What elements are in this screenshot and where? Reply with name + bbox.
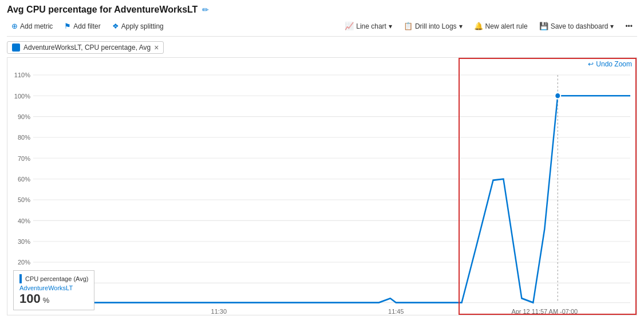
drill-logs-button[interactable]: 📋 Drill into Logs ▾ — [399, 19, 467, 33]
svg-text:30%: 30% — [18, 238, 30, 245]
svg-text:70%: 70% — [18, 155, 30, 161]
more-options-button[interactable]: ••• — [621, 20, 637, 33]
toolbar-left: ⊕ Add metric ⚑ Add filter ❖ Apply splitt… — [7, 19, 168, 33]
new-alert-rule-button[interactable]: 🔔 New alert rule — [469, 19, 532, 33]
svg-text:50%: 50% — [18, 196, 30, 203]
more-icon: ••• — [625, 22, 633, 30]
svg-text:40%: 40% — [18, 217, 30, 224]
main-chart-svg: 110% 100% 90% 80% 70% 60% 50% 40% 30% 20… — [7, 58, 637, 315]
svg-text:80%: 80% — [18, 134, 30, 141]
undo-icon: ↩ — [588, 60, 594, 68]
drill-icon: 📋 — [404, 22, 413, 30]
apply-splitting-button[interactable]: ❖ Apply splitting — [108, 19, 168, 33]
page: Avg CPU percentage for AdventureWorksLT … — [0, 0, 644, 320]
svg-text:20%: 20% — [18, 259, 30, 266]
save-icon: 💾 — [539, 22, 548, 30]
legend-series-label: CPU percentage (Avg) — [19, 274, 88, 283]
legend-value: 100 % — [19, 291, 88, 306]
splitting-icon: ❖ — [112, 22, 119, 30]
line-chart-icon: 📈 — [345, 22, 354, 30]
line-chart-button[interactable]: 📈 Line chart ▾ — [340, 19, 397, 33]
svg-point-28 — [555, 93, 560, 99]
svg-text:60%: 60% — [18, 176, 30, 183]
legend-color-bar — [19, 274, 22, 283]
svg-text:90%: 90% — [18, 113, 30, 120]
metric-chip: AdventureWorksLT, CPU percentage, Avg × — [7, 41, 164, 54]
legend-subtitle: AdventureWorksLT — [19, 285, 88, 291]
svg-text:11:45: 11:45 — [388, 308, 404, 315]
page-title: Avg CPU percentage for AdventureWorksLT — [7, 5, 197, 15]
save-chevron: ▾ — [610, 22, 614, 30]
svg-text:110%: 110% — [14, 72, 30, 78]
title-row: Avg CPU percentage for AdventureWorksLT … — [7, 5, 637, 15]
svg-text:Apr 12 11:57 AM -07:00: Apr 12 11:57 AM -07:00 — [511, 308, 578, 315]
add-filter-icon: ⚑ — [64, 22, 71, 30]
toolbar-right: 📈 Line chart ▾ 📋 Drill into Logs ▾ 🔔 New… — [340, 19, 637, 33]
chip-row: AdventureWorksLT, CPU percentage, Avg × — [7, 41, 637, 54]
save-dashboard-button[interactable]: 💾 Save to dashboard ▾ — [535, 19, 619, 33]
legend-box: CPU percentage (Avg) AdventureWorksLT 10… — [13, 270, 94, 310]
chip-label: AdventureWorksLT, CPU percentage, Avg — [23, 44, 151, 52]
chip-close-button[interactable]: × — [154, 44, 159, 52]
undo-zoom-button[interactable]: ↩ Undo Zoom — [588, 60, 632, 68]
line-chart-chevron: ▾ — [389, 22, 392, 30]
add-filter-button[interactable]: ⚑ Add filter — [60, 19, 105, 33]
drill-chevron: ▾ — [459, 22, 463, 30]
add-metric-icon: ⊕ — [11, 22, 18, 30]
svg-text:11:30: 11:30 — [211, 308, 227, 315]
alert-icon: 🔔 — [474, 22, 483, 30]
toolbar: ⊕ Add metric ⚑ Add filter ❖ Apply splitt… — [7, 19, 637, 37]
svg-text:100%: 100% — [14, 92, 30, 99]
add-metric-button[interactable]: ⊕ Add metric — [7, 19, 57, 33]
chart-area: ↩ Undo Zoom 110% 100% — [7, 57, 637, 315]
chip-series-icon — [12, 44, 20, 52]
edit-icon[interactable]: ✏ — [202, 5, 209, 14]
